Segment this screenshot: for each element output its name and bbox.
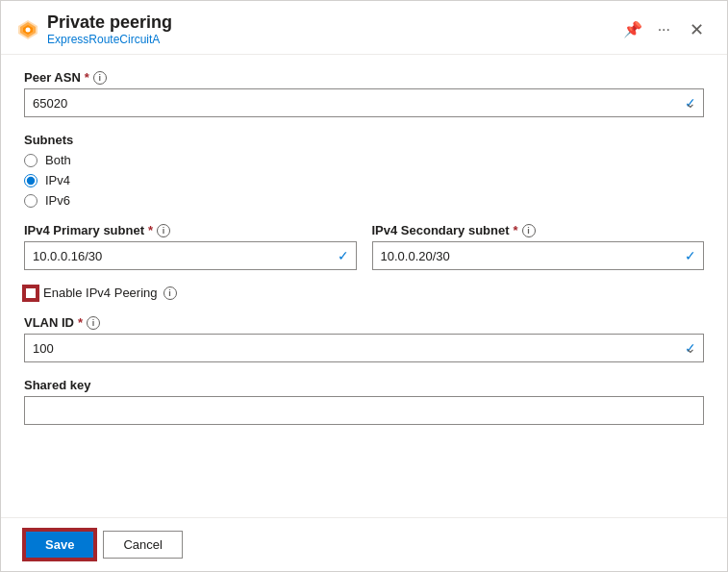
peer-asn-select-wrapper: 65020 ✓ xyxy=(24,88,704,117)
vlan-id-select-wrapper: 100 ✓ xyxy=(24,334,704,362)
subnets-radio-group: Both IPv4 IPv6 xyxy=(24,153,704,208)
subnets-radio-ipv4-input[interactable] xyxy=(24,174,38,187)
ipv4-primary-select[interactable]: 10.0.0.16/30 xyxy=(24,241,357,270)
subnets-label: Subnets xyxy=(24,133,704,147)
peer-asn-required: * xyxy=(85,70,89,85)
vlan-id-label: VLAN ID * i xyxy=(24,315,704,330)
subnets-both-label: Both xyxy=(45,153,71,167)
enable-peering-checkbox[interactable] xyxy=(24,286,38,300)
peer-asn-label: Peer ASN * i xyxy=(24,70,704,85)
ipv4-primary-group: IPv4 Primary subnet * i 10.0.0.16/30 ✓ xyxy=(24,223,357,270)
shared-key-input[interactable] xyxy=(24,396,704,425)
subnets-ipv6-label: IPv6 xyxy=(45,193,70,208)
dialog-subtitle: ExpressRouteCircuitA xyxy=(47,33,612,46)
title-group: Private peering ExpressRouteCircuitA xyxy=(47,12,612,46)
subnets-radio-ipv6-input[interactable] xyxy=(24,194,38,208)
shared-key-group: Shared key xyxy=(24,378,704,425)
vlan-id-select[interactable]: 100 xyxy=(24,334,704,362)
subnet-fields-row: IPv4 Primary subnet * i 10.0.0.16/30 ✓ I… xyxy=(24,223,704,270)
subnets-radio-both-input[interactable] xyxy=(24,154,38,167)
close-button[interactable]: ✕ xyxy=(682,15,712,44)
ipv4-primary-label: IPv4 Primary subnet * i xyxy=(24,223,357,237)
subnets-ipv4-label: IPv4 xyxy=(45,173,70,187)
ipv4-secondary-select[interactable]: 10.0.0.20/30 xyxy=(372,241,705,270)
ipv4-secondary-info-icon[interactable]: i xyxy=(522,224,536,237)
shared-key-label: Shared key xyxy=(24,378,704,392)
subnets-radio-ipv4[interactable]: IPv4 xyxy=(24,173,704,187)
vlan-id-info-icon[interactable]: i xyxy=(87,316,100,330)
vlan-id-group: VLAN ID * i 100 ✓ xyxy=(24,315,704,362)
enable-peering-label[interactable]: Enable IPv4 Peering xyxy=(43,286,158,300)
peer-asn-info-icon[interactable]: i xyxy=(93,71,107,85)
enable-peering-row: Enable IPv4 Peering i xyxy=(24,286,704,300)
enable-peering-info-icon[interactable]: i xyxy=(163,286,177,300)
more-button[interactable]: ··· xyxy=(654,18,674,41)
subnets-group: Subnets Both IPv4 IPv6 xyxy=(24,133,704,208)
dialog-header: Private peering ExpressRouteCircuitA 📌 ·… xyxy=(1,1,727,55)
peer-asn-group: Peer ASN * i 65020 ✓ xyxy=(24,70,704,117)
dialog-title: Private peering xyxy=(47,12,612,33)
svg-point-3 xyxy=(26,27,31,32)
header-actions: 📌 ··· ✕ xyxy=(619,15,712,44)
dialog-footer: Save Cancel xyxy=(1,517,727,571)
dialog-body: Peer ASN * i 65020 ✓ Subnets Both xyxy=(1,55,727,517)
pin-button[interactable]: 📌 xyxy=(619,18,646,41)
subnets-radio-ipv6[interactable]: IPv6 xyxy=(24,193,704,208)
save-button[interactable]: Save xyxy=(24,530,95,560)
cancel-button[interactable]: Cancel xyxy=(103,531,182,559)
ipv4-secondary-label: IPv4 Secondary subnet * i xyxy=(372,223,705,237)
private-peering-dialog: Private peering ExpressRouteCircuitA 📌 ·… xyxy=(0,0,728,572)
ipv4-primary-info-icon[interactable]: i xyxy=(157,224,170,237)
ipv4-secondary-select-wrapper: 10.0.0.20/30 ✓ xyxy=(372,241,705,270)
ipv4-primary-select-wrapper: 10.0.0.16/30 ✓ xyxy=(24,241,357,270)
ipv4-secondary-group: IPv4 Secondary subnet * i 10.0.0.20/30 ✓ xyxy=(372,223,705,270)
expressroute-logo xyxy=(16,18,39,41)
peer-asn-select[interactable]: 65020 xyxy=(24,88,704,117)
subnets-radio-both[interactable]: Both xyxy=(24,153,704,167)
